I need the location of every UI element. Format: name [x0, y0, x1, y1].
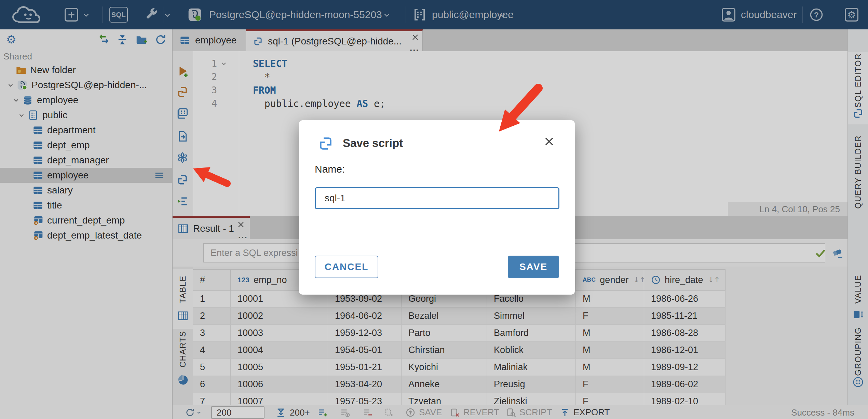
row-menu-icon[interactable]	[153, 170, 165, 181]
cell[interactable]: Simmel	[487, 308, 576, 325]
column-header-#[interactable]: #	[193, 269, 231, 290]
sql-editor-script-icon[interactable]	[848, 107, 868, 120]
table-row[interactable]: 7100071957-05-23TzvetanZielinskiF1989-02…	[193, 393, 725, 405]
apply-filter-check-icon[interactable]	[814, 247, 827, 259]
cell[interactable]: 1989-02-10	[644, 393, 725, 405]
close-dialog-icon[interactable]	[544, 136, 555, 147]
table-row[interactable]: 5100051955-01-21KyoichiMaliniakM1989-09-…	[193, 359, 725, 376]
expand-chevron-icon[interactable]	[16, 111, 27, 120]
script-name-input[interactable]	[315, 187, 559, 209]
settings-gear-icon[interactable]: ⚙	[844, 7, 859, 22]
tree-item-postgresql-ep-hidden-[interactable]: PostgreSQL@ep-hidden-...	[0, 78, 172, 93]
tree-item-public[interactable]: public	[0, 108, 172, 123]
column-header-gender[interactable]: ABCgender↓↑	[576, 269, 644, 290]
user-menu[interactable]: cloudbeaver	[741, 9, 797, 21]
table-row[interactable]: 4100041954-05-01ChirstianKoblickM1986-12…	[193, 342, 725, 359]
code-line[interactable]: public.employee AS e;	[253, 98, 385, 109]
cell[interactable]: 7	[193, 393, 231, 405]
cell[interactable]: Maliniak	[487, 359, 576, 376]
cell[interactable]: M	[576, 325, 644, 342]
cell[interactable]: 2	[193, 308, 231, 325]
cell[interactable]: Tzvetan	[402, 393, 487, 405]
cell[interactable]: 10004	[231, 342, 328, 359]
tree-item-current-dept-emp[interactable]: current_dept_emp	[0, 213, 172, 228]
cell[interactable]: 1954-05-01	[328, 342, 402, 359]
execute-script-icon[interactable]	[176, 86, 189, 98]
tree-item-employee[interactable]: employee	[0, 168, 172, 183]
schema-chevron-icon[interactable]	[498, 10, 507, 20]
cell[interactable]: 10005	[231, 359, 328, 376]
cell[interactable]: F	[576, 376, 644, 393]
tree-item-dept-manager[interactable]: dept_manager	[0, 153, 172, 168]
cell[interactable]: 1989-06-02	[644, 376, 725, 393]
cell[interactable]: 10002	[231, 308, 328, 325]
connection-selector[interactable]: PostgreSQL@ep-hidden-moon-55203	[209, 9, 382, 21]
help-icon[interactable]: ?	[809, 8, 824, 22]
tree-item-new-folder[interactable]: New folder	[0, 63, 172, 78]
column-header-hire_date[interactable]: hire_date↓↑	[644, 269, 725, 290]
table-row[interactable]: 6100061953-04-20AnnekePreusigF1989-06-02	[193, 376, 725, 393]
cell[interactable]: 1	[193, 290, 231, 308]
cell[interactable]: Parto	[402, 325, 487, 342]
tree-item-department[interactable]: department	[0, 123, 172, 138]
driver-chevron-icon[interactable]	[163, 10, 172, 20]
cell[interactable]: 1955-01-21	[328, 359, 402, 376]
new-connection-button[interactable]	[64, 7, 79, 23]
editor-tab-sql-1[interactable]: sql-1 (PostgreSQL@ep-hidde......	[246, 29, 423, 51]
tree-item-employee[interactable]: employee	[0, 93, 172, 108]
cell[interactable]: F	[576, 308, 644, 325]
fetch-more-button[interactable]: 200+	[275, 407, 310, 418]
cell[interactable]: 5	[193, 359, 231, 376]
cell[interactable]: Bamford	[487, 325, 576, 342]
cell[interactable]: 1986-12-01	[644, 342, 725, 359]
cell[interactable]: M	[576, 290, 644, 308]
table-row[interactable]: 3100031959-12-03PartoBamfordM1986-08-28	[193, 325, 725, 342]
clear-filter-eraser-icon[interactable]	[831, 247, 844, 259]
cell[interactable]: Anneke	[402, 376, 487, 393]
expand-chevron-icon[interactable]	[5, 81, 16, 90]
execution-plan-icon[interactable]	[176, 107, 189, 120]
cell[interactable]: 1964-06-02	[328, 308, 402, 325]
schema-bracket-icon[interactable]	[412, 8, 427, 22]
user-avatar-icon[interactable]	[721, 7, 736, 22]
close-tab-icon[interactable]	[411, 33, 419, 41]
tree-item-salary[interactable]: salary	[0, 183, 172, 198]
tree-item-dept-emp[interactable]: dept_emp	[0, 138, 172, 153]
cloudbeaver-logo-icon[interactable]	[10, 3, 47, 26]
ai-assistant-icon[interactable]	[176, 151, 189, 164]
charts-view-pie-icon[interactable]	[173, 374, 193, 386]
fold-chevron-icon[interactable]	[220, 59, 228, 68]
tab-sql-editor[interactable]: SQL EDITOR	[848, 57, 868, 105]
swap-connection-icon[interactable]	[98, 33, 110, 46]
refresh-result-button[interactable]	[185, 407, 202, 418]
cell[interactable]: 10007	[231, 393, 328, 405]
cell[interactable]: Koblick	[487, 342, 576, 359]
cell[interactable]: 1959-12-03	[328, 325, 402, 342]
cell[interactable]: Preusig	[487, 376, 576, 393]
cell[interactable]: 3	[193, 325, 231, 342]
cell[interactable]: 1953-04-20	[328, 376, 402, 393]
tab-table-view[interactable]: TABLE	[173, 271, 193, 308]
save-button[interactable]: SAVE	[508, 256, 559, 278]
cell[interactable]: 1989-09-12	[644, 359, 725, 376]
connection-chevron-icon[interactable]	[382, 10, 392, 20]
cell[interactable]: 6	[193, 376, 231, 393]
cancel-button[interactable]: CANCEL	[315, 256, 378, 278]
cell[interactable]: F	[576, 393, 644, 405]
cell[interactable]: 1986-08-28	[644, 325, 725, 342]
cell[interactable]: Zielinski	[487, 393, 576, 405]
cell[interactable]: 10003	[231, 325, 328, 342]
sort-arrows-icon[interactable]: ↓↑	[633, 276, 645, 284]
code-line[interactable]: *	[253, 71, 270, 83]
cell[interactable]: 1957-05-23	[328, 393, 402, 405]
grouping-panel-icon[interactable]	[848, 376, 868, 388]
result-tab[interactable]: Result - 1 ...	[173, 216, 250, 239]
add-row-icon[interactable]	[317, 407, 327, 418]
tree-item-dept-emp-latest-date[interactable]: dept_emp_latest_date	[0, 228, 172, 243]
execute-icon[interactable]	[176, 65, 189, 78]
new-connection-chevron-icon[interactable]	[81, 10, 91, 20]
navigator-settings-gear-icon[interactable]: ⚙	[5, 33, 18, 46]
save-script-icon[interactable]	[176, 174, 189, 186]
refresh-tree-icon[interactable]	[154, 33, 167, 46]
export-result-icon[interactable]	[176, 130, 189, 143]
